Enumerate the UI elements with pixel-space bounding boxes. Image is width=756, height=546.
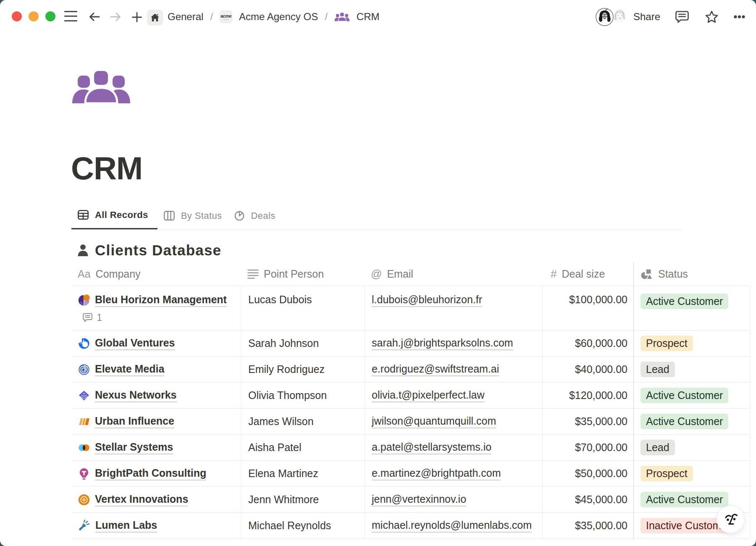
status-badge[interactable]: Active Customer <box>640 388 728 403</box>
sidebar-menu-icon[interactable] <box>64 11 77 22</box>
table-row-cell-status[interactable]: Lead <box>633 435 750 461</box>
tab-by-status[interactable]: By Status <box>158 207 228 230</box>
table-row-cell-email[interactable]: jenn@vertexinnov.io <box>365 487 542 513</box>
table-row-cell-company[interactable]: Stellar Systems <box>71 435 241 461</box>
column-header-email[interactable]: @ Email <box>365 262 542 286</box>
table-row-cell-person[interactable]: Michael Reynolds <box>241 513 365 539</box>
table-row-cell-email[interactable]: l.dubois@bleuhorizon.fr <box>365 286 542 331</box>
table-row-cell-email[interactable]: michael.reynolds@lumenlabs.com <box>365 513 542 539</box>
column-header-deal-size[interactable]: # Deal size <box>542 262 633 286</box>
tab-all-records[interactable]: All Records <box>71 207 158 230</box>
more-options-icon[interactable] <box>734 15 745 19</box>
email-link[interactable]: l.dubois@bleuhorizon.fr <box>372 294 482 307</box>
company-link[interactable]: Global Ventures <box>95 337 175 350</box>
email-link[interactable]: michael.reynolds@lumenlabs.com <box>372 519 532 533</box>
status-badge[interactable]: Active Customer <box>640 414 728 429</box>
column-header-status[interactable]: Status <box>633 262 750 286</box>
back-arrow-icon[interactable] <box>88 10 101 24</box>
table-row-cell-deal[interactable]: $40,000.00 <box>542 357 633 383</box>
email-link[interactable]: e.martinez@brightpath.com <box>372 467 501 480</box>
table-row-cell-deal[interactable]: $35,000.00 <box>542 409 633 435</box>
email-link[interactable]: olivia.t@pixelperfect.law <box>372 389 485 402</box>
database-title[interactable]: Clients Database <box>95 242 221 259</box>
email-link[interactable]: jenn@vertexinnov.io <box>372 493 466 507</box>
table-row-cell-deal[interactable]: $45,000.00 <box>542 487 633 513</box>
comment-indicator[interactable]: 1 <box>83 312 227 323</box>
share-button[interactable]: Share <box>633 11 660 23</box>
table-row-cell-email[interactable]: olivia.t@pixelperfect.law <box>365 383 542 409</box>
status-badge[interactable]: Prospect <box>640 336 693 351</box>
table-row-cell-company[interactable]: Urban Influence <box>71 409 241 435</box>
current-user-avatar[interactable] <box>596 8 614 26</box>
status-badge[interactable]: Lead <box>640 440 675 455</box>
table-row-cell-deal[interactable]: $100,000.00 <box>542 286 633 331</box>
status-badge[interactable]: Prospect <box>640 466 693 481</box>
table-row-cell-status[interactable]: Active Customer <box>633 383 750 409</box>
table-row-cell-status[interactable]: Lead <box>633 357 750 383</box>
forward-arrow-icon[interactable] <box>109 10 122 24</box>
breadcrumb-page[interactable]: CRM <box>357 11 380 23</box>
table-row-cell-status[interactable]: Active Customer <box>633 409 750 435</box>
text-title-icon: Aa <box>78 269 91 279</box>
close-window-button[interactable] <box>12 11 22 21</box>
new-tab-plus-icon[interactable] <box>131 11 143 23</box>
table-row-cell-email[interactable]: e.martinez@brightpath.com <box>365 461 542 487</box>
table-row-cell-company[interactable]: Elevate Media <box>71 357 241 383</box>
table-row-cell-email[interactable]: sarah.j@brightsparksolns.com <box>365 331 542 357</box>
status-badge[interactable]: Lead <box>640 362 675 377</box>
table-row-cell-deal[interactable]: $70,000.00 <box>542 435 633 461</box>
zoom-window-button[interactable] <box>45 11 55 21</box>
company-link[interactable]: Vertex Innovations <box>95 493 188 507</box>
table-row-cell-deal[interactable]: $50,000.00 <box>542 461 633 487</box>
home-button[interactable] <box>147 10 163 26</box>
table-row-cell-email[interactable]: jwilson@quantumquill.com <box>365 409 542 435</box>
table-row-cell-deal[interactable]: $35,000.00 <box>542 513 633 539</box>
table-row-cell-company[interactable]: Lumen Labs <box>71 513 241 539</box>
status-badge[interactable]: Active Customer <box>640 492 728 507</box>
company-link[interactable]: Stellar Systems <box>95 441 173 454</box>
breadcrumb-root[interactable]: General <box>168 11 203 23</box>
table-row-cell-person[interactable]: James Wilson <box>241 409 365 435</box>
favorite-star-icon[interactable] <box>705 10 719 24</box>
company-link[interactable]: Bleu Horizon Management <box>95 294 227 307</box>
tab-deals[interactable]: Deals <box>228 207 281 230</box>
table-row-cell-person[interactable]: Olivia Thompson <box>241 383 365 409</box>
company-link[interactable]: Lumen Labs <box>95 519 157 533</box>
table-row-cell-person[interactable]: Jenn Whitmore <box>241 487 365 513</box>
table-row-cell-status[interactable]: Active Customer <box>633 286 750 331</box>
table-row-cell-status[interactable]: Prospect <box>633 331 750 357</box>
status-badge[interactable]: Active Customer <box>640 294 728 309</box>
comments-icon[interactable] <box>675 10 689 24</box>
table-row-cell-deal[interactable]: $120,000.00 <box>542 383 633 409</box>
breadcrumb-workspace[interactable]: Acme Agency OS <box>239 11 318 23</box>
page-icon-people-group[interactable] <box>71 70 131 103</box>
table-row-cell-person[interactable]: Elena Martinez <box>241 461 365 487</box>
table-row-cell-email[interactable]: a.patel@stellarsystems.io <box>365 435 542 461</box>
table-row-cell-company[interactable]: Global Ventures <box>71 331 241 357</box>
company-link[interactable]: Elevate Media <box>95 363 164 376</box>
table-row-cell-email[interactable]: e.rodriguez@swiftstream.ai <box>365 357 542 383</box>
column-header-point-person[interactable]: Point Person <box>241 262 365 286</box>
collaborator-avatar[interactable] <box>612 9 627 23</box>
company-link[interactable]: Nexus Networks <box>95 389 177 402</box>
column-header-company[interactable]: Aa Company <box>71 262 241 286</box>
table-row-cell-company[interactable]: Vertex Innovations <box>71 487 241 513</box>
table-row-cell-company[interactable]: Bleu Horizon Management 1 <box>71 286 241 331</box>
table-row-cell-person[interactable]: Lucas Dubois <box>241 286 365 331</box>
table-row-cell-person[interactable]: Aisha Patel <box>241 435 365 461</box>
company-link[interactable]: Urban Influence <box>95 415 174 428</box>
table-row-cell-status[interactable]: Prospect <box>633 461 750 487</box>
table-row-cell-deal[interactable]: $60,000.00 <box>542 331 633 357</box>
notion-ai-button[interactable] <box>717 505 745 533</box>
table-row-cell-company[interactable]: Nexus Networks <box>71 383 241 409</box>
company-link[interactable]: BrightPath Consulting <box>95 467 206 480</box>
email-link[interactable]: a.patel@stellarsystems.io <box>372 441 491 454</box>
email-link[interactable]: jwilson@quantumquill.com <box>372 415 496 428</box>
email-link[interactable]: sarah.j@brightsparksolns.com <box>372 337 513 350</box>
comment-count: 1 <box>97 312 102 323</box>
table-row-cell-person[interactable]: Sarah Johnson <box>241 331 365 357</box>
minimize-window-button[interactable] <box>29 11 39 21</box>
email-link[interactable]: e.rodriguez@swiftstream.ai <box>372 363 499 376</box>
table-row-cell-person[interactable]: Emily Rodriguez <box>241 357 365 383</box>
table-row-cell-company[interactable]: BrightPath Consulting <box>71 461 241 487</box>
